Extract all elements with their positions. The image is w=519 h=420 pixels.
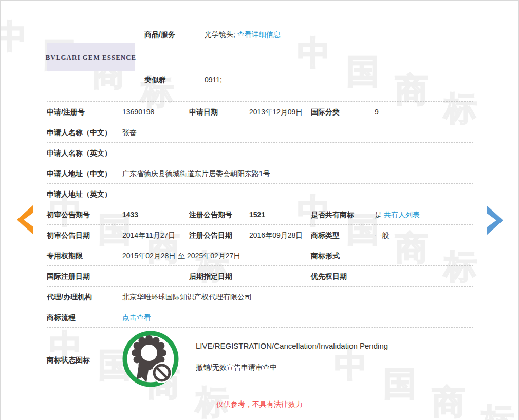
table-row: 初审公告日期 2014年11月27日 注册公告日期 2016年09月28日 商标…	[47, 225, 473, 245]
exclusive-period-label: 专用权期限	[47, 245, 83, 265]
tm-process-value: 点击查看	[122, 307, 151, 327]
trademark-image-band: BVLGARI GEM ESSENCE	[47, 43, 135, 71]
reg-pub-date-label: 注册公告日期	[189, 225, 232, 245]
intl-class-value: 9	[375, 102, 379, 122]
table-row: 商标流程 点击查看	[47, 307, 473, 328]
applicant-name-cn-label: 申请人名称（中文）	[47, 122, 112, 142]
tm-process-label: 商标流程	[47, 307, 76, 327]
view-detail-link[interactable]: 查看详细信息	[237, 30, 281, 39]
tm-type-value: 一般	[375, 225, 389, 245]
watermark-glyph: 中	[0, 20, 27, 53]
tm-type-label: 商标类型	[311, 225, 340, 245]
table-row: 申请人名称（中文） 张奋	[47, 122, 473, 143]
applicant-name-cn-value: 张奋	[122, 122, 137, 142]
reg-no-label: 申请/注册号	[47, 102, 85, 122]
table-row: 初审公告期号 1433 注册公告期号 1521 是否共有商标 是 共有人列表	[47, 204, 473, 225]
prelim-pub-no-value: 1433	[122, 204, 138, 224]
prelim-pub-date-value: 2014年11月27日	[122, 225, 175, 245]
tm-status-label: 商标状态图标	[47, 356, 90, 365]
agency-label: 代理/办理机构	[47, 287, 92, 307]
applicant-addr-en-label: 申请人地址（英文）	[47, 184, 112, 204]
trademark-image: BVLGARI GEM ESSENCE	[47, 12, 135, 99]
priority-date-label: 优先权日期	[311, 266, 347, 286]
prelim-pub-no-label: 初审公告期号	[47, 204, 90, 224]
app-date-value: 2013年12月09日	[249, 102, 303, 122]
intl-class-label: 国际分类	[311, 102, 340, 122]
is-shared-text: 是	[375, 211, 382, 219]
trademark-image-text: BVLGARI GEM ESSENCE	[46, 53, 136, 62]
reg-pub-no-label: 注册公告期号	[189, 204, 232, 224]
prelim-pub-date-label: 初审公告日期	[47, 225, 90, 245]
exclusive-period-value: 2015年02月28日 至 2025年02月27日	[122, 245, 240, 265]
trademark-detail-panel: 中 国 商 标 中 国 商 标 中 国 商 标 中 国 商 标 中 国 商 标	[0, 0, 519, 420]
reg-pub-no-value: 1521	[249, 204, 265, 224]
similar-group-label: 类似群	[144, 75, 166, 84]
table-row: 申请人名称（英文）	[47, 143, 473, 163]
goods-services-label: 商品/服务	[144, 30, 175, 39]
applicant-addr-cn-value: 广东省德庆县德城街道东片居委会朝阳东路1号	[122, 163, 270, 183]
co-owner-list-link[interactable]: 共有人列表	[384, 211, 420, 219]
app-date-label: 申请日期	[189, 102, 218, 122]
status-text-cn: 撤销/无效宣告申请审查中	[196, 363, 277, 372]
chevron-right-icon[interactable]	[487, 205, 507, 236]
chevron-left-icon[interactable]	[13, 204, 33, 235]
later-desig-date-label: 后期指定日期	[189, 266, 232, 286]
table-row: 申请/注册号 13690198 申请日期 2013年12月09日 国际分类 9	[47, 102, 473, 122]
table-row: 专用权期限 2015年02月28日 至 2025年02月27日 商标形式	[47, 245, 473, 266]
click-to-view-link[interactable]: 点击查看	[122, 313, 151, 321]
divider	[144, 56, 473, 56]
applicant-addr-cn-label: 申请人地址（中文）	[47, 163, 112, 183]
is-shared-label: 是否共有商标	[311, 204, 354, 224]
goods-services-value: 光学镜头; 查看详细信息	[205, 30, 281, 39]
reg-no-value: 13690198	[122, 102, 154, 122]
status-row: 商标状态图标	[47, 327, 473, 393]
award-ribbon-prohibition-icon	[121, 329, 180, 389]
is-shared-value: 是 共有人列表	[375, 204, 420, 224]
watermark-glyph: 国	[346, 55, 379, 88]
table-row: 国际注册日期 后期指定日期 优先权日期	[47, 266, 473, 287]
status-text-en: LIVE/REGISTRATION/Cancellation/Invalidat…	[196, 341, 388, 350]
goods-services-text: 光学镜头;	[205, 30, 235, 39]
tm-form-label: 商标形式	[311, 245, 340, 265]
agency-value: 北京华唯环球国际知识产权代理有限公司	[122, 287, 252, 307]
table-row: 申请人地址（中文） 广东省德庆县德城街道东片居委会朝阳东路1号	[47, 163, 473, 184]
intl-reg-date-label: 国际注册日期	[47, 266, 90, 286]
reg-pub-date-value: 2016年09月28日	[249, 225, 303, 245]
similar-group-value: 0911;	[205, 75, 222, 84]
table-row: 申请人地址（英文）	[47, 184, 473, 204]
disclaimer-text: 仅供参考，不具有法律效力	[1, 400, 518, 409]
table-row: 代理/办理机构 北京华唯环球国际知识产权代理有限公司	[47, 287, 473, 307]
watermark-glyph: 中	[298, 36, 330, 69]
applicant-name-en-label: 申请人名称（英文）	[47, 143, 112, 163]
